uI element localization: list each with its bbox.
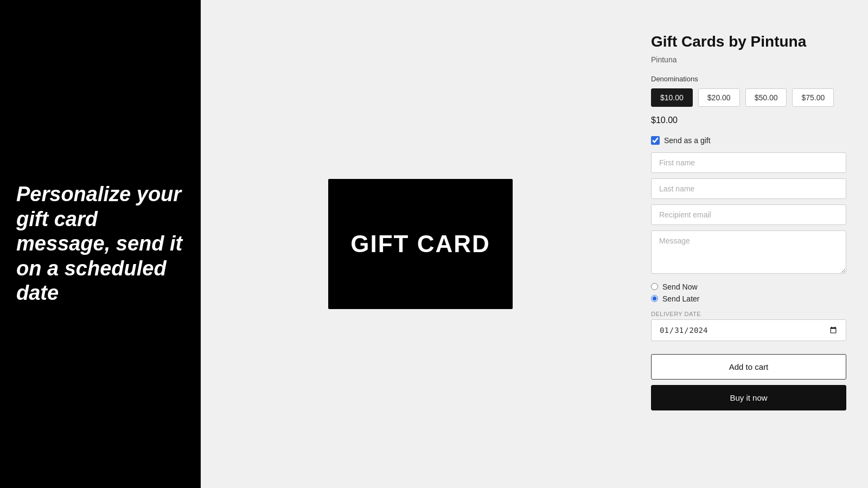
send-option-group: Send Now Send Later (651, 282, 846, 303)
denominations-group: $10.00 $20.00 $50.00 $75.00 (651, 88, 846, 107)
send-now-radio[interactable] (651, 283, 658, 290)
gift-form (651, 152, 846, 274)
left-panel: Personalize your gift card message, send… (0, 0, 201, 488)
brand-name: Pintuna (651, 55, 846, 64)
send-as-gift-checkbox[interactable] (651, 136, 660, 145)
buy-it-now-button[interactable]: Buy it now (651, 385, 846, 410)
add-to-cart-button[interactable]: Add to cart (651, 354, 846, 380)
denom-btn-20[interactable]: $20.00 (698, 88, 740, 107)
send-later-label[interactable]: Send Later (662, 294, 700, 303)
send-as-gift-row: Send as a gift (651, 136, 846, 145)
denom-btn-75[interactable]: $75.00 (792, 88, 834, 107)
center-section: GIFT CARD (201, 0, 640, 488)
gift-card-image-text: GIFT CARD (350, 230, 490, 258)
delivery-section: Delivery date (651, 311, 846, 341)
delivery-label: Delivery date (651, 311, 846, 317)
recipient-email-input[interactable] (651, 204, 846, 225)
send-as-gift-label[interactable]: Send as a gift (664, 136, 711, 145)
gift-card-image: GIFT CARD (328, 179, 513, 309)
send-now-label[interactable]: Send Now (662, 282, 698, 291)
send-now-row: Send Now (651, 282, 846, 291)
hero-headline: Personalize your gift card message, send… (16, 182, 184, 306)
main-area: GIFT CARD Gift Cards by Pintuna Pintuna … (201, 0, 868, 488)
first-name-input[interactable] (651, 152, 846, 173)
delivery-date-input[interactable] (651, 319, 846, 341)
last-name-input[interactable] (651, 178, 846, 199)
denom-btn-10[interactable]: $10.00 (651, 88, 693, 107)
selected-price: $10.00 (651, 115, 846, 125)
send-later-radio[interactable] (651, 295, 658, 302)
message-textarea[interactable] (651, 230, 846, 274)
send-later-row: Send Later (651, 294, 846, 303)
denom-btn-50[interactable]: $50.00 (745, 88, 787, 107)
denominations-label: Denominations (651, 75, 846, 83)
product-title: Gift Cards by Pintuna (651, 33, 846, 51)
product-panel: Gift Cards by Pintuna Pintuna Denominati… (640, 0, 868, 488)
